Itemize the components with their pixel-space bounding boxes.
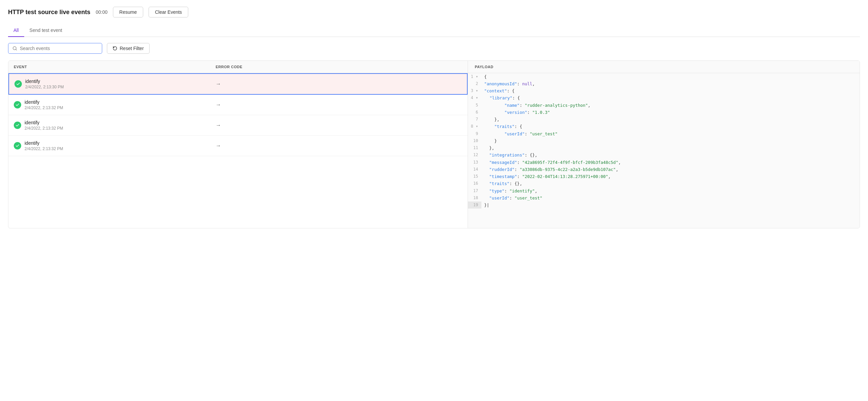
event-error-cell: → (216, 102, 462, 108)
code-line: 6 "version": "1.0.3" (468, 109, 860, 116)
code-line: 16 "traits": {}, (468, 180, 860, 187)
code-line: 13 "messageId": "42a8695f-72f4-4f9f-bfcf… (468, 159, 860, 166)
arrow-icon: → (216, 102, 221, 108)
event-info: identify 2/4/2022, 2:13:32 PM (25, 99, 63, 110)
arrow-icon: → (216, 81, 221, 87)
success-icon (14, 142, 21, 149)
arrow-icon: → (216, 122, 221, 128)
event-info: identify 2/4/2022, 2:13:30 PM (25, 78, 64, 89)
code-line: 18 "userId": "user_test" (468, 195, 860, 201)
code-line: 14 "rudderId": "a33086db-9375-4c22-a2a3-… (468, 166, 860, 173)
events-table-header: EVENT ERROR CODE (8, 61, 468, 73)
page-container: HTTP test source live events 00:00 Resum… (0, 0, 868, 401)
code-line: 3 ▾ "context": { (468, 87, 860, 94)
check-mark (16, 123, 20, 127)
event-error-cell: → (216, 81, 462, 87)
tab-all[interactable]: All (8, 24, 24, 37)
clear-events-button[interactable]: Clear Events (149, 7, 188, 18)
tab-send-test-event[interactable]: Send test event (24, 24, 68, 37)
table-row[interactable]: identify 2/4/2022, 2:13:30 PM → (8, 73, 468, 95)
code-line: 4 ▾ "library": { (468, 94, 860, 101)
code-line: 2 "anonymousId": null, (468, 80, 860, 87)
event-error-cell: → (216, 143, 462, 149)
search-row: Reset Filter (8, 43, 860, 54)
search-input-wrapper (8, 43, 102, 54)
payload-header: PAYLOAD (468, 61, 860, 73)
resume-button[interactable]: Resume (113, 7, 143, 18)
code-line: 1 ▾ { (468, 73, 860, 80)
event-cell: identify 2/4/2022, 2:13:32 PM (14, 99, 216, 110)
reset-filter-button[interactable]: Reset Filter (107, 43, 150, 54)
code-line: 9 "userId": "user_test" (468, 130, 860, 137)
event-error-cell: → (216, 122, 462, 128)
success-icon (14, 122, 21, 129)
table-row[interactable]: identify 2/4/2022, 2:13:32 PM → (8, 136, 468, 156)
event-cell: identify 2/4/2022, 2:13:30 PM (14, 78, 216, 89)
code-line: 11 }, (468, 144, 860, 152)
reset-icon (113, 46, 117, 51)
table-row[interactable]: identify 2/4/2022, 2:13:32 PM → (8, 115, 468, 136)
arrow-icon: → (216, 143, 221, 149)
col-event-header: EVENT (14, 65, 216, 69)
check-mark (16, 144, 20, 148)
success-icon (14, 101, 21, 108)
check-mark (16, 103, 20, 107)
main-content: EVENT ERROR CODE identify 2/4/2022, 2:13… (8, 61, 860, 228)
check-mark (16, 82, 20, 86)
code-line: 8 ▾ "traits": { (468, 123, 860, 130)
event-info: identify 2/4/2022, 2:13:32 PM (25, 120, 63, 131)
success-icon (14, 80, 22, 88)
search-icon (12, 46, 17, 51)
search-input[interactable] (20, 46, 98, 51)
code-line: 7 }, (468, 116, 860, 123)
header: HTTP test source live events 00:00 Resum… (8, 7, 860, 18)
code-line: 12 "integrations": {}, (468, 152, 860, 159)
table-row[interactable]: identify 2/4/2022, 2:13:32 PM → (8, 95, 468, 115)
page-title: HTTP test source live events (8, 9, 90, 16)
event-cell: identify 2/4/2022, 2:13:32 PM (14, 120, 216, 131)
timer: 00:00 (96, 9, 107, 15)
tabs-bar: All Send test event (8, 24, 860, 37)
code-line: 10 } (468, 137, 860, 144)
event-info: identify 2/4/2022, 2:13:32 PM (25, 140, 63, 151)
events-panel: EVENT ERROR CODE identify 2/4/2022, 2:13… (8, 61, 468, 228)
payload-panel: PAYLOAD 1 ▾ { 2 "anonymousId": null, 3 ▾… (468, 61, 860, 228)
code-line: 19 }| (468, 201, 860, 208)
event-cell: identify 2/4/2022, 2:13:32 PM (14, 140, 216, 151)
code-line: 15 "timestamp": "2022-02-04T14:13:28.275… (468, 173, 860, 180)
code-line: 17 "type": "identify", (468, 188, 860, 195)
payload-body: 1 ▾ { 2 "anonymousId": null, 3 ▾ "contex… (468, 73, 860, 209)
col-error-header: ERROR CODE (216, 65, 462, 69)
svg-line-1 (16, 49, 17, 50)
code-line: 5 "name": "rudder-analytics-python", (468, 102, 860, 109)
